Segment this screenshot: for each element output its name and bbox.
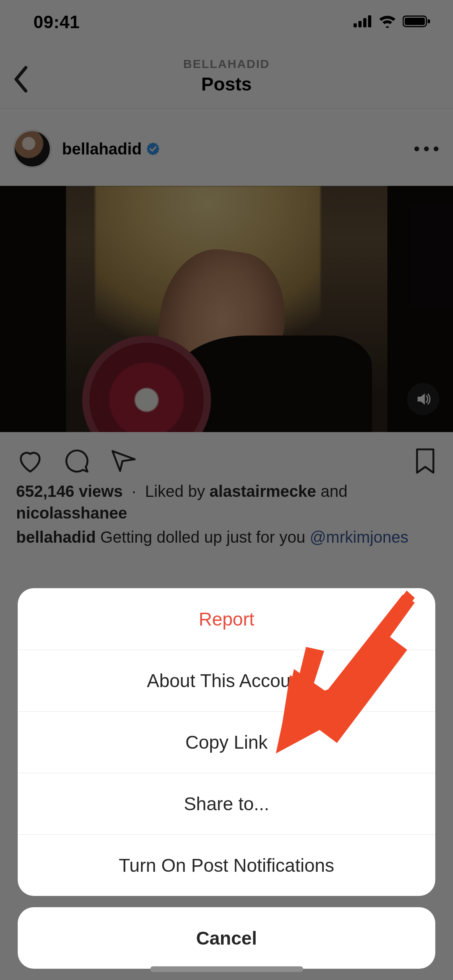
liked-user-2[interactable]: nicolasshanee — [16, 504, 127, 522]
caption-username[interactable]: bellahadid — [16, 528, 96, 546]
views-count: 652,146 views — [16, 482, 123, 500]
header-subtitle: BELLAHADID — [0, 57, 453, 71]
post-actions — [0, 441, 453, 483]
caption-text: Getting dolled up just for you — [100, 528, 310, 546]
annotation-arrow-icon — [266, 591, 415, 764]
home-indicator — [150, 966, 303, 972]
sheet-item-share-to[interactable]: Share to... — [18, 773, 435, 834]
caption-line: bellahadid Getting dolled up just for yo… — [16, 526, 437, 548]
header-title: Posts — [0, 73, 453, 95]
comment-button[interactable] — [63, 447, 91, 477]
share-button[interactable] — [110, 447, 138, 477]
post-header: bellahadid — [0, 121, 453, 177]
liked-and: and — [321, 482, 348, 500]
svg-rect-5 — [405, 18, 425, 25]
verified-badge-icon — [147, 142, 159, 155]
post-meta: 652,146 views · Liked by alastairmecke a… — [16, 480, 437, 548]
wifi-icon — [379, 15, 396, 29]
liked-user-1[interactable]: alastairmecke — [209, 482, 316, 500]
post-media[interactable] — [0, 186, 453, 432]
status-time: 09:41 — [22, 12, 80, 32]
media-image — [66, 186, 387, 432]
sheet-cancel-button[interactable]: Cancel — [18, 907, 435, 969]
liked-prefix: Liked by — [145, 482, 205, 500]
sound-toggle-button[interactable] — [407, 383, 439, 415]
svg-rect-1 — [358, 21, 362, 27]
svg-rect-2 — [363, 18, 366, 27]
svg-rect-3 — [368, 15, 371, 27]
battery-icon — [403, 15, 431, 29]
caption-mention[interactable]: @mrkimjones — [310, 528, 408, 546]
avatar[interactable] — [14, 131, 50, 167]
bookmark-button[interactable] — [414, 447, 437, 477]
cellular-icon — [354, 15, 372, 29]
svg-rect-6 — [428, 19, 430, 23]
svg-rect-0 — [354, 23, 357, 27]
status-right — [354, 15, 431, 29]
views-line: 652,146 views · Liked by alastairmecke a… — [16, 480, 437, 524]
status-bar: 09:41 — [0, 0, 453, 44]
post-username[interactable]: bellahadid — [62, 140, 142, 158]
like-button[interactable] — [16, 447, 44, 477]
sheet-item-post-notifications[interactable]: Turn On Post Notifications — [18, 834, 435, 896]
post-more-button[interactable] — [414, 146, 439, 151]
nav-header: BELLAHADID Posts — [0, 48, 453, 109]
